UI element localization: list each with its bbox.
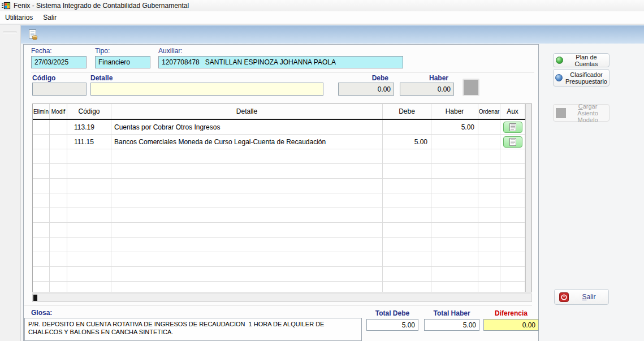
grid-column-header-debe[interactable]: Debe [383, 104, 431, 119]
app-window: Fenix - Sistema Integrado de Contabilida… [0, 0, 644, 341]
grid-cell-aux [500, 208, 525, 222]
grid-cell-haber[interactable]: 5.00 [431, 120, 478, 134]
plan-de-cuentas-button[interactable]: Plan de Cuentas [553, 53, 610, 67]
grid-column-header-elimin[interactable]: Elimin [33, 104, 50, 119]
grid-cell-detalle[interactable]: Cuentas por Cobrar Otros Ingresos [111, 120, 383, 134]
salir-button[interactable]: Salir [554, 289, 609, 305]
grid-cell-detalle[interactable]: Bancos Comerciales Moneda de Curso Legal… [111, 135, 383, 149]
grid-cell-modif [50, 267, 67, 281]
grid-empty-row [33, 164, 525, 179]
grid-cell-debe [383, 149, 431, 163]
grid-cell-elimin[interactable] [33, 120, 50, 134]
grid-header: EliminModifCódigoDetalleDebeHaberOrdenar… [33, 104, 525, 120]
document-coins-icon [27, 29, 38, 40]
tipo-input[interactable]: Financiero [95, 56, 150, 68]
grid-cell-elimin [33, 193, 50, 208]
grid-cell-aux [500, 267, 525, 281]
grid-cell-elimin[interactable] [33, 135, 50, 149]
grid-cell-haber[interactable] [431, 135, 478, 149]
debe-label: Debe [338, 74, 388, 82]
fecha-input[interactable]: 27/03/2025 [31, 56, 87, 68]
splitter-handle[interactable] [3, 32, 17, 33]
fecha-label: Fecha: [31, 47, 52, 55]
grid-cell-haber [431, 267, 478, 281]
grid-cell-debe [383, 282, 431, 292]
grid-cell-elimin [33, 164, 50, 178]
blue-sphere-icon [555, 74, 563, 81]
grid-cell-modif [50, 179, 67, 193]
grid-empty-row [33, 252, 525, 267]
grid-cell-elimin [33, 223, 50, 237]
title-bar: Fenix - Sistema Integrado de Contabilida… [0, 0, 644, 11]
grid-cell-ordenar [478, 149, 500, 163]
left-panel [0, 25, 20, 341]
aux-document-button[interactable] [503, 122, 522, 133]
grid-cell-haber [431, 193, 478, 208]
grid-cell-modif [50, 252, 67, 266]
grid-empty-row [33, 267, 525, 282]
new-entry-button[interactable] [25, 27, 40, 42]
grid-cell-haber [431, 149, 478, 163]
grid-cell-debe[interactable]: 5.00 [383, 135, 431, 149]
detalle-input[interactable] [90, 83, 323, 96]
grid-cell-debe [383, 164, 431, 178]
menu-item-utilitarios[interactable]: Utilitarios [0, 11, 38, 24]
grid-cell-aux[interactable] [500, 120, 525, 134]
grid-cell-modif[interactable] [50, 135, 67, 149]
grid-cell-ordenar [478, 193, 500, 208]
grid-cell-debe [383, 193, 431, 208]
glosa-label: Glosa: [31, 309, 52, 317]
grid-column-header-codigo[interactable]: Código [67, 104, 111, 119]
grid-cell-ordenar[interactable] [478, 120, 500, 134]
grid-cell-codigo[interactable]: 111.15 [67, 135, 111, 149]
salir-label: Salir [572, 293, 606, 301]
total-debe-field: 5.00 [366, 319, 418, 331]
grid-entry-row[interactable]: 113.19Cuentas por Cobrar Otros Ingresos5… [33, 120, 525, 135]
grid-cell-detalle [111, 267, 383, 281]
grid-cell-modif [50, 193, 67, 208]
grid-entry-row[interactable]: 111.15Bancos Comerciales Moneda de Curso… [33, 135, 525, 149]
grid-column-header-detalle[interactable]: Detalle [111, 104, 383, 119]
grid-cell-aux [500, 282, 525, 292]
tipo-label: Tipo: [95, 47, 110, 55]
menu-item-salir[interactable]: Salir [38, 11, 62, 24]
grid-cell-ordenar [478, 208, 500, 222]
codigo-label: Código [32, 74, 55, 82]
glosa-textarea[interactable]: P/R. DEPOSITO EN CUENTA ROTATIVA DE INGR… [24, 318, 362, 341]
grid-column-header-ordenar[interactable]: Ordenar [478, 104, 500, 119]
entry-action-button[interactable] [463, 79, 479, 96]
grid-cell-codigo [67, 252, 111, 266]
grid-horizontal-scrollbar[interactable] [32, 293, 532, 302]
grid-cell-detalle [111, 282, 383, 292]
grid-cell-debe [383, 267, 431, 281]
grid-cell-modif [50, 282, 67, 292]
grid-cell-detalle [111, 238, 383, 252]
grid-column-header-aux[interactable]: Aux [500, 104, 525, 119]
grid-cell-ordenar[interactable] [478, 135, 500, 149]
grid-column-header-haber[interactable]: Haber [431, 104, 478, 119]
grid-hscroll-thumb[interactable] [33, 295, 37, 301]
grid-cell-codigo [67, 149, 111, 163]
grid-cell-codigo [67, 238, 111, 252]
grid-cell-aux [500, 164, 525, 178]
auxiliar-input[interactable]: 1207708478 SANTILLAN ESPINOZA JOHANNA PA… [158, 56, 403, 68]
grid-cell-modif [50, 164, 67, 178]
grid-cell-debe[interactable] [383, 120, 431, 134]
haber-label: Haber [400, 74, 448, 82]
grid-cell-modif[interactable] [50, 120, 67, 134]
debe-input: 0.00 [338, 83, 394, 96]
grid-vertical-scrollbar[interactable] [525, 104, 531, 292]
grid-column-header-modif[interactable]: Modif [50, 104, 67, 119]
aux-document-button[interactable] [503, 136, 522, 148]
clasificador-presupuestario-button[interactable]: Clasificador Presupuestario [553, 69, 610, 87]
grid-cell-codigo [67, 193, 111, 208]
grid-cell-elimin [33, 208, 50, 222]
window-title: Fenix - Sistema Integrado de Contabilida… [14, 2, 189, 10]
power-icon [559, 292, 569, 302]
grid-cell-aux [500, 193, 525, 208]
grid-cell-codigo [67, 282, 111, 292]
grid-cell-detalle [111, 223, 383, 237]
grid-cell-codigo[interactable]: 113.19 [67, 120, 111, 134]
auxiliar-label: Auxiliar: [158, 47, 183, 55]
grid-cell-aux[interactable] [500, 135, 525, 149]
